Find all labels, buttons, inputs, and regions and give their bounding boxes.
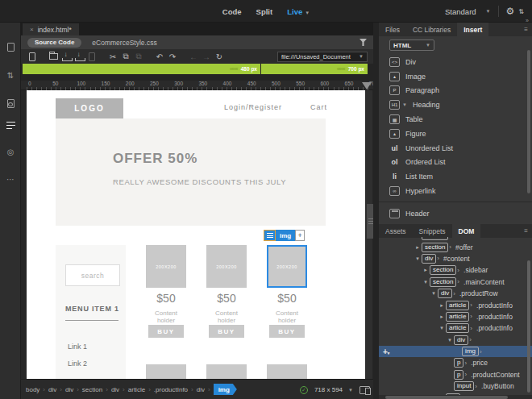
files-panel-icon[interactable] bbox=[0, 39, 21, 55]
tab-cc-libraries[interactable]: CC Libraries bbox=[406, 23, 457, 36]
stylesheet-file-button[interactable]: eCommerceStyle.css bbox=[92, 39, 156, 47]
dom-node-p-price[interactable]: p›.price bbox=[379, 357, 532, 368]
add-element-button[interactable]: + bbox=[295, 230, 305, 241]
chevron-down-icon[interactable]: ▼ bbox=[486, 9, 491, 14]
add-element-icon[interactable]: +▾ bbox=[383, 347, 389, 356]
chevron-down-icon[interactable]: ▾ bbox=[430, 290, 438, 297]
inspect-icon[interactable]: ◎ bbox=[0, 143, 21, 160]
media-query-segment[interactable]: ‹‹‹‹‹‹700 px bbox=[261, 64, 368, 74]
insert-item-header[interactable]: Header bbox=[379, 206, 532, 221]
open-file-icon[interactable] bbox=[47, 51, 60, 62]
chevron-down-icon[interactable]: ▾ bbox=[438, 325, 446, 331]
dom-node-img[interactable]: img›+▾ bbox=[379, 346, 532, 357]
cart-link[interactable]: Cart bbox=[310, 103, 327, 111]
chevron-down-icon[interactable]: ▾ bbox=[446, 337, 454, 343]
chevron-down-icon[interactable]: ▼ bbox=[402, 102, 407, 107]
insert-item-figure[interactable]: ▴Figure bbox=[379, 127, 532, 141]
save-icon[interactable] bbox=[60, 51, 73, 62]
chevron-down-icon[interactable]: ▼ bbox=[359, 54, 364, 59]
panel-resize-grip[interactable] bbox=[367, 204, 373, 239]
product-image[interactable]: 200X200 bbox=[146, 245, 186, 288]
tag-selector[interactable]: div bbox=[65, 386, 73, 393]
tag-selector[interactable]: div bbox=[111, 386, 119, 393]
redo-icon[interactable]: ↷ bbox=[166, 51, 179, 62]
insert-item-hyperlink[interactable]: ∞Hyperlink bbox=[379, 184, 532, 198]
dom-hscrollbar-thumb[interactable] bbox=[385, 396, 508, 399]
offer-section[interactable]: OFFER 50% REALLY AWESOME DISCOUNTS THIS … bbox=[56, 118, 326, 226]
format-list-icon[interactable] bbox=[0, 117, 21, 133]
insert-item-heading[interactable]: H1▼Heading bbox=[379, 98, 532, 112]
chevron-down-icon[interactable]: ▼ bbox=[305, 10, 310, 15]
tag-selector-selected[interactable]: img bbox=[214, 384, 237, 395]
tab-files[interactable]: Files bbox=[379, 23, 406, 36]
workspace-switcher[interactable]: Standard bbox=[445, 7, 476, 16]
code-view-button[interactable]: Code bbox=[222, 7, 242, 16]
insert-item-div[interactable]: <>Div bbox=[379, 55, 532, 69]
chevron-right-icon[interactable]: ▸ bbox=[414, 244, 422, 251]
tag-selector[interactable]: div bbox=[48, 386, 56, 393]
sidebar-link-1[interactable]: Link 1 bbox=[68, 343, 87, 351]
chevron-down-icon[interactable]: ▾ bbox=[422, 279, 430, 285]
dom-node-section-sidebar[interactable]: ▸section›.sidebar bbox=[379, 264, 532, 276]
insert-scrollbar-thumb[interactable] bbox=[527, 50, 530, 193]
dom-node-input-buyButton[interactable]: input›.buyButton bbox=[379, 380, 532, 392]
more-icon[interactable]: ⋯ bbox=[0, 171, 21, 187]
tag-selector[interactable]: body bbox=[26, 386, 39, 393]
live-view-button[interactable]: Live▼ bbox=[287, 7, 310, 16]
close-icon[interactable]: × bbox=[30, 26, 34, 33]
tab-assets[interactable]: Assets bbox=[379, 224, 413, 238]
buy-button[interactable]: BUY bbox=[269, 325, 305, 338]
insert-category-dropdown[interactable]: HTML ▼ bbox=[389, 39, 434, 51]
chevron-right-icon[interactable]: ▸ bbox=[438, 302, 446, 309]
login-register-link[interactable]: Login/Register bbox=[224, 103, 282, 111]
product-image[interactable]: 200X200 bbox=[267, 245, 307, 288]
insert-item-unordered-list[interactable]: ulUnordered List bbox=[379, 141, 532, 156]
chevron-down-icon[interactable]: ▼ bbox=[348, 388, 353, 393]
undo-icon[interactable]: ↶ bbox=[153, 51, 166, 62]
dom-node-section-mainContent[interactable]: ▾section›.mainContent bbox=[379, 276, 532, 288]
new-file-icon[interactable] bbox=[26, 51, 39, 62]
dom-scrollbar-thumb[interactable] bbox=[527, 260, 530, 393]
tab-dom[interactable]: DOM bbox=[452, 224, 481, 238]
split-view-button[interactable]: Split bbox=[256, 7, 273, 16]
dom-node-div-productRow[interactable]: ▾div›.productRow bbox=[379, 288, 532, 299]
viewport-size-selector[interactable]: 718 x 594 ▼ bbox=[314, 386, 353, 393]
product-image-row2[interactable] bbox=[146, 364, 186, 379]
product-image-row2[interactable] bbox=[267, 364, 307, 379]
panel-menu-icon[interactable]: ≡ bbox=[524, 26, 527, 33]
sidebar-link-2[interactable]: Link 2 bbox=[68, 360, 87, 368]
tag-selector[interactable]: article bbox=[128, 386, 145, 393]
media-query-segment[interactable]: ‹‹‹‹‹‹480 px bbox=[23, 64, 260, 74]
dom-node-section-offer[interactable]: ▸section›#offer bbox=[379, 241, 532, 252]
copy-icon[interactable]: ⧉ bbox=[119, 51, 132, 62]
page-logo[interactable]: LOGO bbox=[56, 98, 123, 118]
buy-button[interactable]: BUY bbox=[148, 325, 184, 338]
lint-ok-icon[interactable]: ✓ bbox=[300, 386, 308, 394]
dom-node-div[interactable]: ▾div› bbox=[379, 335, 532, 346]
tag-selector[interactable]: section bbox=[82, 386, 102, 393]
device-preview-icon[interactable] bbox=[360, 386, 370, 394]
hamburger-icon[interactable] bbox=[264, 230, 276, 241]
ruler-position-marker[interactable] bbox=[362, 82, 372, 89]
insert-item-list-item[interactable]: liList Item bbox=[379, 169, 532, 184]
insert-item-paragraph[interactable]: PParagraph bbox=[379, 84, 532, 98]
tab-insert[interactable]: Insert bbox=[457, 23, 488, 36]
product-image[interactable]: 200X200 bbox=[206, 245, 247, 288]
dom-node-article-productInfo[interactable]: ▾article›.productInfo bbox=[379, 322, 532, 334]
insert-item-image[interactable]: ▴Image bbox=[379, 69, 532, 84]
tab-snippets[interactable]: Snippets bbox=[413, 224, 452, 238]
tag-selector[interactable]: div bbox=[197, 386, 205, 393]
gear-icon[interactable]: ⚙ bbox=[506, 6, 515, 17]
live-source-icon[interactable] bbox=[0, 95, 21, 111]
insert-item-table[interactable]: ▦Table bbox=[379, 112, 532, 127]
refresh-icon[interactable]: ↻ bbox=[213, 51, 226, 62]
chevron-right-icon[interactable]: ▸ bbox=[438, 314, 446, 320]
search-input[interactable]: search bbox=[65, 264, 120, 286]
dom-node-p-productContent[interactable]: p›.productContent bbox=[379, 369, 532, 380]
cut-icon[interactable]: ✂ bbox=[106, 51, 119, 62]
filter-icon[interactable] bbox=[360, 39, 367, 46]
dock-divider[interactable] bbox=[373, 23, 379, 399]
dom-node-div-content[interactable]: ▾div›#content bbox=[379, 253, 532, 264]
dom-hscrollbar-track[interactable] bbox=[379, 395, 532, 399]
product-image-row2[interactable] bbox=[206, 364, 247, 379]
